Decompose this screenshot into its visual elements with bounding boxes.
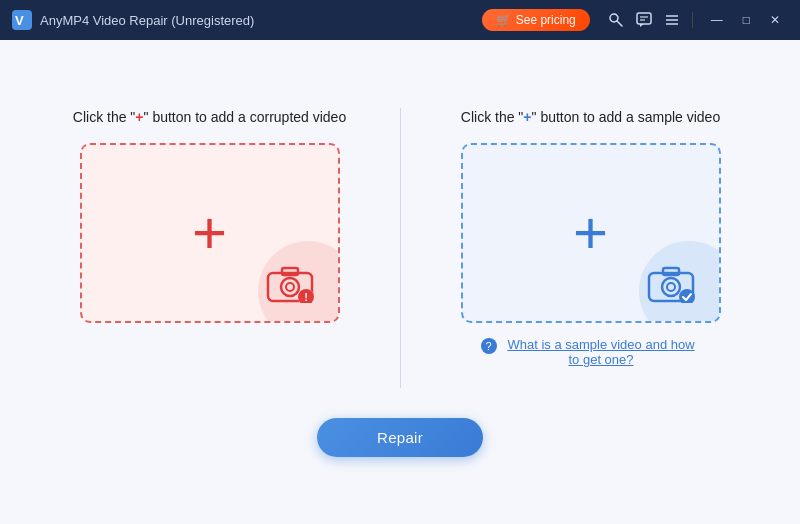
svg-rect-20 xyxy=(663,268,679,275)
svg-point-19 xyxy=(667,283,675,291)
menu-icon-button[interactable] xyxy=(658,10,686,30)
see-pricing-button[interactable]: 🛒 See pricing xyxy=(482,9,590,31)
panels-row: Click the "+" button to add a corrupted … xyxy=(40,108,760,388)
svg-point-18 xyxy=(662,278,680,296)
key-icon-button[interactable] xyxy=(602,10,630,30)
corrupted-video-panel: Click the "+" button to add a corrupted … xyxy=(50,108,370,324)
corrupted-add-icon: + xyxy=(192,203,227,263)
svg-rect-13 xyxy=(282,268,298,275)
sample-video-dropzone[interactable]: + xyxy=(461,143,721,323)
svg-point-12 xyxy=(286,283,294,291)
sample-video-panel: Click the "+" button to add a sample vid… xyxy=(431,108,751,368)
chat-icon-button[interactable] xyxy=(630,10,658,30)
window-controls: — □ ✕ xyxy=(686,11,788,29)
repair-button[interactable]: Repair xyxy=(317,418,483,457)
help-circle-icon: ? xyxy=(481,338,497,354)
pricing-label: See pricing xyxy=(516,13,576,27)
close-button[interactable]: ✕ xyxy=(762,11,788,29)
sample-plus-symbol: + xyxy=(523,109,531,125)
svg-text:!: ! xyxy=(304,291,308,303)
app-title: AnyMP4 Video Repair (Unregistered) xyxy=(40,13,482,28)
corrupted-camera-icon: ! xyxy=(264,261,316,303)
svg-text:V: V xyxy=(15,13,24,28)
main-content: Click the "+" button to add a corrupted … xyxy=(0,40,800,524)
sample-add-icon: + xyxy=(573,203,608,263)
maximize-button[interactable]: □ xyxy=(735,11,758,29)
svg-point-11 xyxy=(281,278,299,296)
sample-panel-label: Click the "+" button to add a sample vid… xyxy=(461,108,720,128)
title-bar: V AnyMP4 Video Repair (Unregistered) 🛒 S… xyxy=(0,0,800,40)
app-logo: V xyxy=(12,10,32,30)
sample-camera-icon xyxy=(645,261,697,303)
panel-divider xyxy=(400,108,401,388)
help-link-text: What is a sample video and how to get on… xyxy=(502,337,701,367)
cart-icon: 🛒 xyxy=(496,13,511,27)
corrupted-panel-label: Click the "+" button to add a corrupted … xyxy=(73,108,346,128)
corrupted-video-dropzone[interactable]: + ! xyxy=(80,143,340,323)
sample-video-help-link[interactable]: ? What is a sample video and how to get … xyxy=(481,337,701,367)
svg-line-3 xyxy=(617,21,622,26)
svg-rect-4 xyxy=(637,13,651,24)
corrupted-plus-symbol: + xyxy=(135,109,143,125)
minimize-button[interactable]: — xyxy=(703,11,731,29)
